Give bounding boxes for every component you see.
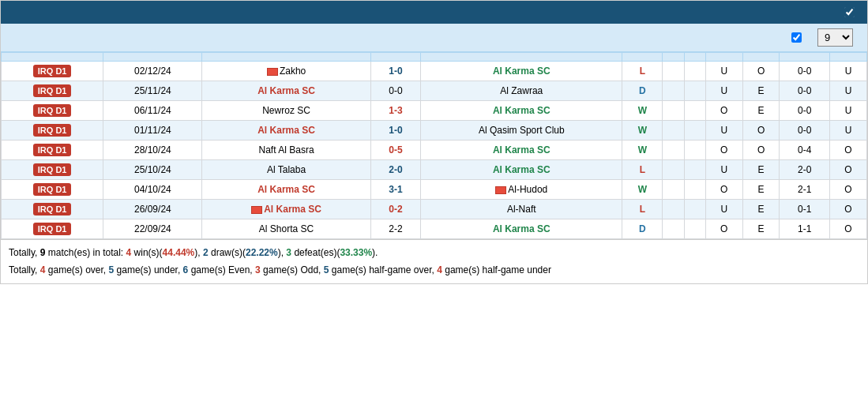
- col-date: [103, 53, 202, 62]
- cell-team1: Al Karma SC: [202, 180, 370, 200]
- score-value: 0-0: [389, 85, 402, 96]
- summary-over-text: game(s) over,: [48, 264, 109, 275]
- cell-score: 0-0: [370, 81, 421, 101]
- cell-over-under-075: O: [830, 180, 867, 200]
- table-header-row: [2, 53, 867, 62]
- cell-date: 22/09/24: [103, 219, 202, 239]
- team1-name: Al Karma SC: [257, 184, 315, 195]
- summary-defeats-text: defeat(es)(: [294, 247, 340, 258]
- cell-ht: 0-0: [780, 62, 830, 81]
- summary-odd-count: 3: [255, 264, 261, 275]
- cell-team1: Al Karma SC: [202, 200, 370, 219]
- cell-odds: [684, 121, 705, 141]
- cell-team2: Al Qasim Sport Club: [421, 121, 622, 141]
- col-over-under-25: [705, 53, 742, 62]
- cell-team1: Al Karma SC: [202, 121, 370, 141]
- table-body: IRQ D1 02/12/24 Zakho 1-0 Al Karma SC L …: [2, 62, 867, 239]
- cell-result: L: [622, 200, 663, 219]
- team2-name: Al Karma SC: [493, 105, 550, 116]
- cell-team2: Al-Naft: [421, 200, 622, 219]
- cell-over-under-25: U: [705, 62, 742, 81]
- cell-score: 2-0: [370, 160, 421, 180]
- team2-name: Al Zawraa: [500, 85, 543, 96]
- cell-odd-even: E: [742, 160, 780, 180]
- result-value: W: [638, 184, 647, 195]
- cell-handicap: [663, 160, 684, 180]
- cell-odd-even: O: [742, 62, 780, 81]
- display-notes-checkbox[interactable]: [844, 7, 855, 17]
- col-team1: [202, 53, 370, 62]
- summary-wins-text: win(s)(: [134, 247, 163, 258]
- cell-handicap: [663, 219, 684, 239]
- cell-match: IRQ D1: [2, 160, 103, 180]
- team2-name: Al Karma SC: [493, 164, 550, 175]
- cell-score: 1-0: [370, 62, 421, 81]
- cell-score: 1-0: [370, 121, 421, 141]
- table-row: IRQ D1 25/10/24 Al Talaba 2-0 Al Karma S…: [2, 160, 867, 180]
- table-row: IRQ D1 26/09/24 Al Karma SC 0-2 Al-Naft …: [2, 200, 867, 219]
- games-count-select[interactable]: 9 5 10 20: [817, 28, 853, 47]
- league-badge: IRQ D1: [33, 223, 72, 235]
- team2-name: Al-Hudod: [508, 184, 547, 195]
- cell-team2: Al Karma SC: [421, 141, 622, 160]
- result-value: L: [640, 204, 645, 215]
- summary-matches-text: match(es) in total:: [48, 247, 126, 258]
- cell-result: W: [622, 180, 663, 200]
- cell-date: 06/11/24: [103, 101, 202, 121]
- cell-team1: Al Talaba: [202, 160, 370, 180]
- score-value: 0-2: [389, 204, 402, 215]
- cell-team2: Al Karma SC: [421, 62, 622, 81]
- cell-odd-even: E: [742, 180, 780, 200]
- col-handicap: [663, 53, 684, 62]
- summary-totally-2: Totally,: [9, 264, 40, 275]
- summary-match-count: 9: [40, 247, 46, 258]
- cell-team2: Al Karma SC: [421, 219, 622, 239]
- cell-result: W: [622, 101, 663, 121]
- summary-hgunder-count: 4: [437, 264, 442, 275]
- league-badge: IRQ D1: [33, 203, 72, 215]
- summary-under-text: game(s) under,: [117, 264, 183, 275]
- cell-over-under-25: U: [705, 160, 742, 180]
- team2-name: Al Karma SC: [493, 144, 550, 156]
- summary-under-count: 5: [109, 264, 115, 275]
- score-value: 1-0: [389, 125, 402, 136]
- display-notes-toggle[interactable]: [844, 7, 858, 17]
- league-checkbox[interactable]: [791, 32, 802, 43]
- cell-ht: 0-4: [780, 141, 830, 160]
- cell-date: 01/11/24: [103, 121, 202, 141]
- cell-ht: 0-0: [780, 101, 830, 121]
- table-row: IRQ D1 01/11/24 Al Karma SC 1-0 Al Qasim…: [2, 121, 867, 141]
- summary-even-count: 6: [183, 264, 189, 275]
- summary-wins-count: 4: [126, 247, 132, 258]
- cell-over-under-075: U: [830, 62, 867, 81]
- cell-odd-even: E: [742, 219, 780, 239]
- score-value: 2-0: [389, 164, 402, 175]
- summary-draws-text: draw(s)(: [211, 247, 246, 258]
- cell-odds: [684, 200, 705, 219]
- title-bar: [1, 1, 867, 24]
- cell-score: 1-3: [370, 101, 421, 121]
- cell-handicap: [663, 180, 684, 200]
- result-value: W: [638, 125, 647, 136]
- summary-draws-count: 2: [203, 247, 209, 258]
- table-row: IRQ D1 04/10/24 Al Karma SC 3-1 Al-Hudod…: [2, 180, 867, 200]
- cell-ht: 2-0: [780, 160, 830, 180]
- team1-name: Al Shorta SC: [259, 223, 314, 234]
- scores-table: IRQ D1 02/12/24 Zakho 1-0 Al Karma SC L …: [1, 52, 867, 239]
- summary-odd-text: game(s) Odd,: [263, 264, 324, 275]
- team1-name: Al Talaba: [267, 164, 306, 175]
- col-odd-even: [742, 53, 780, 62]
- cell-match: IRQ D1: [2, 121, 103, 141]
- cell-team2: Al Zawraa: [421, 81, 622, 101]
- team1-name: Newroz SC: [262, 105, 310, 116]
- col-team2: [421, 53, 622, 62]
- score-value: 0-5: [389, 144, 402, 156]
- cell-over-under-075: U: [830, 81, 867, 101]
- filter-bar: 9 5 10 20: [1, 24, 867, 52]
- summary-hgover-text: game(s) half-game over,: [332, 264, 437, 275]
- cell-over-under-25: O: [705, 101, 742, 121]
- summary-line1: Totally, 9 match(es) in total: 4 win(s)(…: [9, 245, 859, 262]
- cell-score: 0-2: [370, 200, 421, 219]
- cell-score: 2-2: [370, 219, 421, 239]
- league-badge: IRQ D1: [33, 65, 72, 77]
